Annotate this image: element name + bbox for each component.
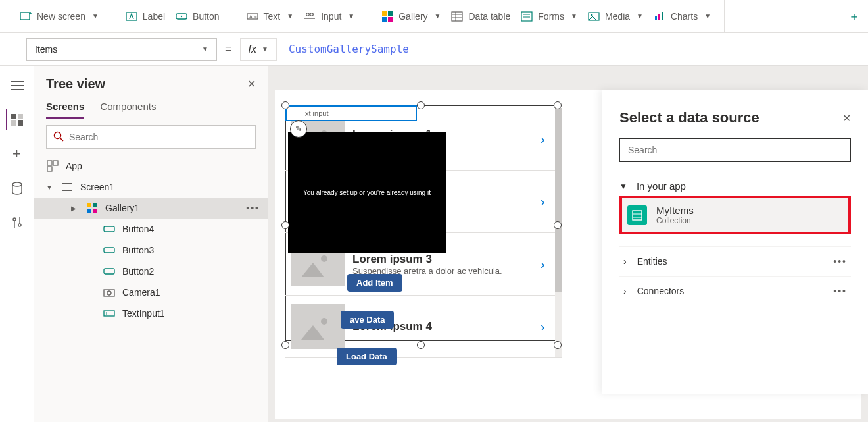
close-icon[interactable]: ✕ bbox=[247, 78, 256, 90]
charts-label: Charts bbox=[671, 11, 698, 22]
more-icon[interactable]: ••• bbox=[246, 203, 260, 213]
property-select[interactable]: Items ▼ bbox=[26, 38, 217, 61]
more-icon[interactable]: ••• bbox=[833, 286, 847, 296]
resize-handle[interactable] bbox=[281, 101, 289, 109]
save-data-button[interactable]: ave Data bbox=[341, 311, 394, 329]
data-icon[interactable] bbox=[7, 178, 28, 199]
media-icon bbox=[588, 11, 600, 22]
gallery-button[interactable]: Gallery ▼ bbox=[376, 7, 446, 26]
insert-icon[interactable]: + bbox=[7, 144, 28, 165]
chevron-down-icon[interactable]: ▼ bbox=[262, 45, 268, 53]
ribbon: New screen ▼ Label Button Abc Text ▼ bbox=[0, 0, 868, 33]
input-label: Input bbox=[321, 11, 341, 22]
edit-pencil-icon[interactable]: ✎ bbox=[290, 120, 307, 138]
input-icon bbox=[304, 11, 316, 22]
forms-button[interactable]: Forms ▼ bbox=[516, 7, 583, 26]
scrollbar-thumb[interactable] bbox=[555, 108, 562, 292]
tab-screens[interactable]: Screens bbox=[46, 101, 84, 119]
more-icon[interactable]: ••• bbox=[833, 256, 847, 267]
data-table-button[interactable]: Data table bbox=[446, 7, 516, 26]
svg-rect-32 bbox=[11, 120, 16, 126]
gallery-row[interactable]: Lorem ipsum 4 › bbox=[285, 296, 562, 358]
chevron-down-icon: ▼ bbox=[435, 13, 441, 20]
media-button[interactable]: Media ▼ bbox=[583, 7, 648, 26]
svg-rect-19 bbox=[521, 12, 532, 21]
tree-search-input[interactable] bbox=[69, 132, 249, 142]
tree-item-label: Gallery1 bbox=[105, 203, 139, 213]
button-icon bbox=[103, 223, 116, 236]
gallery-icon bbox=[381, 11, 393, 22]
svg-rect-0 bbox=[20, 13, 30, 20]
data-source-item-sub: Collection bbox=[656, 216, 694, 225]
chevron-right-icon[interactable]: ▶ bbox=[71, 205, 79, 212]
resize-handle[interactable] bbox=[554, 341, 562, 349]
chevron-down-icon: ▼ bbox=[348, 13, 354, 20]
section-connectors[interactable]: › Connectors ••• bbox=[619, 276, 851, 305]
data-source-search[interactable] bbox=[619, 138, 851, 162]
svg-rect-30 bbox=[11, 114, 16, 119]
tools-icon[interactable] bbox=[7, 212, 28, 233]
load-data-button[interactable]: Load Data bbox=[337, 348, 397, 365]
tree-item-app[interactable]: App bbox=[34, 155, 268, 176]
button-icon bbox=[103, 265, 116, 278]
button-button[interactable]: Button bbox=[170, 7, 224, 26]
resize-handle[interactable] bbox=[281, 221, 289, 229]
tree-item-gallery1[interactable]: ▶ Gallery1 ••• bbox=[34, 198, 268, 219]
chevron-right-icon[interactable]: › bbox=[541, 132, 556, 147]
tree-view-icon[interactable] bbox=[6, 109, 27, 130]
button-label: Button bbox=[193, 11, 219, 22]
tree-item-button2[interactable]: Button2 bbox=[34, 261, 268, 282]
chevron-down-icon[interactable]: ▼ bbox=[46, 184, 54, 191]
svg-rect-14 bbox=[388, 17, 393, 22]
svg-rect-24 bbox=[655, 16, 657, 20]
svg-point-9 bbox=[306, 13, 310, 16]
tree-item-button4[interactable]: Button4 bbox=[34, 219, 268, 240]
tree-item-textinput1[interactable]: TextInput1 bbox=[34, 303, 268, 324]
formula-input[interactable] bbox=[285, 43, 863, 55]
chevron-down-icon: ▼ bbox=[202, 45, 208, 53]
svg-rect-48 bbox=[104, 226, 114, 232]
tree-item-camera1[interactable]: Camera1 bbox=[34, 282, 268, 303]
tree-item-button3[interactable]: Button3 bbox=[34, 240, 268, 261]
hamburger-icon[interactable] bbox=[7, 75, 28, 96]
tree-search[interactable] bbox=[46, 125, 256, 149]
text-label: Text bbox=[264, 11, 281, 22]
button-icon bbox=[176, 11, 187, 22]
section-entities[interactable]: › Entities ••• bbox=[619, 246, 851, 276]
input-button[interactable]: Input ▼ bbox=[299, 7, 360, 26]
resize-handle[interactable] bbox=[554, 101, 562, 109]
section-in-your-app[interactable]: ▼ In your app bbox=[619, 176, 851, 196]
chevron-right-icon[interactable]: › bbox=[541, 319, 556, 334]
button-icon bbox=[103, 244, 116, 257]
chevron-right-icon: › bbox=[623, 256, 627, 267]
svg-line-40 bbox=[60, 138, 64, 141]
data-source-search-input[interactable] bbox=[628, 145, 842, 155]
tree-item-label: Button4 bbox=[122, 224, 154, 234]
resize-handle[interactable] bbox=[554, 221, 562, 229]
new-screen-button[interactable]: New screen ▼ bbox=[14, 7, 104, 26]
data-source-title: Select a data source bbox=[619, 109, 760, 126]
tree-item-screen1[interactable]: ▼ Screen1 bbox=[34, 176, 268, 198]
text-button[interactable]: Abc Text ▼ bbox=[241, 7, 299, 26]
svg-rect-11 bbox=[382, 11, 387, 16]
add-item-button[interactable]: Add Item bbox=[347, 274, 402, 292]
gallery-scrollbar[interactable] bbox=[555, 108, 562, 357]
plus-icon[interactable]: ＋ bbox=[848, 11, 860, 22]
chevron-down-icon: ▼ bbox=[637, 13, 643, 20]
resize-handle[interactable] bbox=[417, 341, 425, 349]
resize-handle[interactable] bbox=[417, 101, 425, 109]
charts-button[interactable]: Charts ▼ bbox=[648, 7, 716, 26]
resize-handle[interactable] bbox=[281, 341, 289, 349]
svg-rect-31 bbox=[18, 114, 23, 119]
chevron-right-icon[interactable]: › bbox=[541, 257, 556, 272]
tab-components[interactable]: Components bbox=[100, 101, 156, 119]
svg-rect-26 bbox=[662, 12, 663, 20]
label-button[interactable]: Label bbox=[120, 7, 170, 26]
chevron-right-icon[interactable]: › bbox=[541, 194, 556, 209]
data-source-item-myitems[interactable]: MyItems Collection bbox=[619, 196, 851, 234]
text-input-selected[interactable]: xt input bbox=[285, 105, 417, 121]
label-label: Label bbox=[143, 11, 165, 22]
svg-point-10 bbox=[310, 13, 314, 16]
close-icon[interactable]: ✕ bbox=[842, 112, 851, 124]
forms-label: Forms bbox=[538, 11, 564, 22]
